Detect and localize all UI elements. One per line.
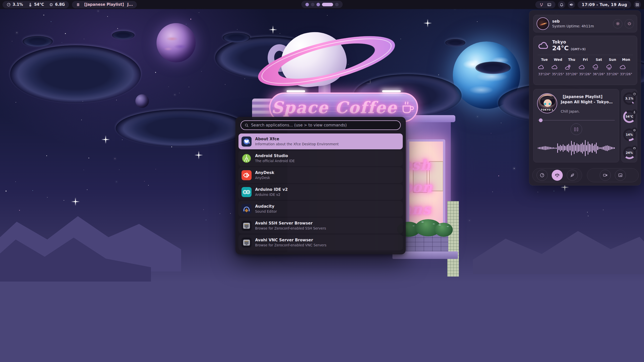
power-button[interactable]: [625, 19, 634, 28]
cpu-stat: 3.1%: [7, 2, 23, 7]
search-input[interactable]: [251, 123, 397, 127]
system-tray: [535, 1, 555, 8]
app-row-android-studio[interactable]: Android StudioThe official Android IDE: [238, 150, 403, 166]
media-artist: Chill Japan.: [561, 109, 580, 113]
power-icon: [627, 21, 632, 26]
app-row-audacity[interactable]: AudacitySound Editor: [238, 201, 403, 217]
weather-city: Tokyo: [552, 39, 586, 44]
system-gauges-card: 3.1% 54°C 14% 24%: [621, 89, 637, 162]
media-progress-dot[interactable]: [539, 118, 543, 122]
app-row-anydesk[interactable]: AnyDeskAnyDesk: [238, 167, 403, 183]
settings-button[interactable]: [613, 19, 622, 28]
forecast-day: Tue 33°/24°: [538, 58, 551, 76]
sign-text: Space Coffee: [271, 98, 397, 117]
forecast-day: Wed 35°/25°: [551, 58, 565, 76]
thermometer-icon: [28, 3, 32, 7]
power-profile-group: [532, 168, 582, 182]
search-box[interactable]: [240, 120, 401, 130]
small-moon: [135, 94, 149, 108]
workspace-dot[interactable]: [335, 3, 339, 6]
chip-icon: [49, 3, 53, 7]
avatar: [537, 17, 549, 30]
media-title: 【Japanese Playlist】 Japan All Night - To…: [561, 94, 616, 105]
app-list: About XfceInformation about the Xfce Des…: [238, 133, 403, 251]
xfce-icon: [242, 137, 252, 147]
performance-profile-button[interactable]: [537, 170, 548, 181]
window-neon-text: oon: [407, 179, 433, 195]
cloud-icon: [551, 64, 558, 71]
user-card: seb System Uptime: 4h11m: [533, 15, 637, 32]
rain-cloud-icon: [592, 64, 599, 71]
wallpaper-tray-icon[interactable]: [547, 3, 551, 7]
audacity-icon: [242, 204, 252, 214]
media-player-card: TOKYO L 【Japanese Playlist】 Japan All Ni…: [533, 89, 619, 162]
album-art: TOKYO L: [537, 93, 557, 113]
pause-icon: [574, 127, 576, 131]
weather-card: Tokyo 24°C (GMT+9) Tue 33°/24° Wed 35°/2…: [533, 36, 637, 85]
tray-cat-icon[interactable]: [539, 3, 544, 7]
arduino-icon: [242, 187, 252, 197]
app-row-about-xfce[interactable]: About XfceInformation about the Xfce Des…: [238, 133, 403, 149]
purple-planet: [156, 23, 196, 62]
media-pill[interactable]: 【Japanese Playlist】 J...: [72, 1, 137, 8]
gear-icon: [616, 21, 620, 26]
workspace-dot[interactable]: [311, 3, 314, 6]
android-studio-icon: [242, 153, 252, 163]
sun-cloud-icon: [565, 64, 572, 71]
neon-coffee-cup-icon: [400, 99, 416, 115]
plant-bush: [435, 223, 453, 237]
temp-gauge: 54°C: [623, 110, 636, 123]
avahi-icon: [242, 221, 252, 231]
sign-lamp: [382, 90, 401, 92]
cloud-icon: [578, 64, 585, 71]
disk-icon: [633, 147, 636, 150]
clock[interactable]: 17:09 - Tue, 19 Aug: [578, 1, 631, 8]
weather-forecast: Tue 33°/24° Wed 35°/25° Thu 33°/26° Fri …: [538, 58, 633, 76]
app-row-avahi-ssh[interactable]: Avahi SSH Server BrowserBrowse for Zeroc…: [238, 218, 403, 234]
powersave-profile-button[interactable]: [567, 170, 578, 181]
scales-icon: [555, 173, 560, 178]
volume-button[interactable]: [568, 1, 575, 8]
forecast-day: Sun 33°/26°: [606, 58, 619, 76]
pause-button[interactable]: [571, 123, 582, 135]
screenshot-icon: [618, 173, 623, 178]
screen-record-button[interactable]: [600, 170, 611, 181]
chip-icon: [633, 129, 636, 132]
forecast-day: Sat 36°/26°: [592, 58, 606, 76]
app-launcher: About XfceInformation about the Xfce Des…: [235, 117, 406, 254]
album-art-text: TOKYO L: [538, 109, 557, 111]
thermometer-icon: [633, 111, 636, 114]
pause-icon: [76, 3, 80, 7]
forecast-day: Fri 35°/26°: [578, 58, 592, 76]
temp-stat: 54°C: [28, 2, 44, 7]
cpu-gauge: 3.1%: [623, 92, 636, 105]
video-camera-icon: [603, 173, 608, 178]
weather-timezone: (GMT+9): [571, 48, 586, 51]
media-progress-bar[interactable]: [538, 118, 615, 122]
memory-stat: 6.8G: [49, 2, 65, 7]
disk-gauge: 24%: [623, 147, 636, 159]
app-row-arduino[interactable]: Arduino IDE v2Arduino IDE v2: [238, 184, 403, 200]
weather-temp: 24°C: [552, 44, 569, 52]
storm-cloud-icon: [606, 64, 613, 71]
utility-group: [587, 168, 639, 182]
screenshot-button[interactable]: [615, 170, 626, 181]
audio-visualizer: [537, 137, 615, 159]
speaker-icon: [569, 3, 574, 7]
cloud-icon: [538, 64, 544, 71]
dashboard-button[interactable]: [634, 1, 641, 8]
avahi-icon: [242, 238, 252, 248]
search-icon: [245, 123, 249, 127]
workspace-dot[interactable]: [305, 3, 309, 6]
dashboard-panel: seb System Uptime: 4h11m Tokyo 24°C (GMT…: [529, 10, 641, 186]
workspace-dot[interactable]: [322, 3, 333, 6]
anydesk-icon: [242, 170, 252, 180]
forecast-day: Mon 33°/26°: [619, 58, 633, 76]
app-row-avahi-vnc[interactable]: Avahi VNC Server BrowserBrowse for Zeroc…: [238, 235, 403, 250]
balanced-profile-button[interactable]: [552, 170, 563, 181]
cloud-icon: [538, 40, 549, 52]
workspace-dot[interactable]: [316, 3, 320, 6]
system-stats-pill[interactable]: 3.1% 54°C 6.8G: [3, 1, 69, 8]
ram-gauge: 14%: [623, 128, 636, 141]
notifications-button[interactable]: [558, 1, 565, 8]
